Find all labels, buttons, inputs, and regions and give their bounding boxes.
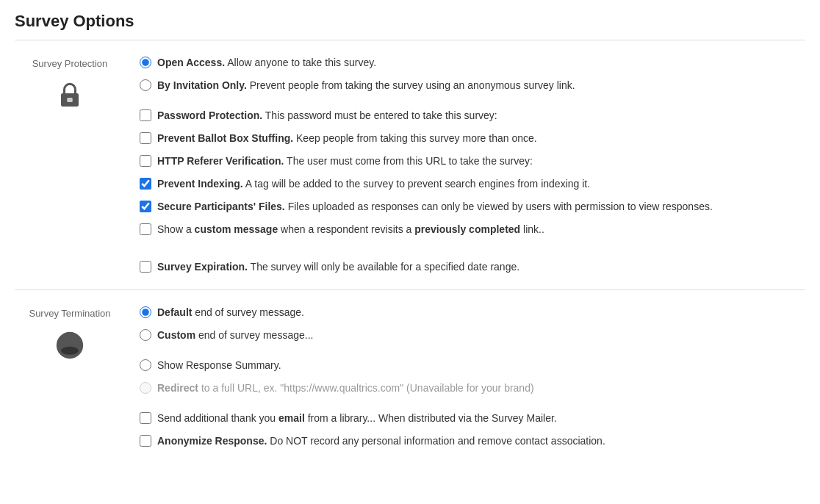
password-protection-label[interactable]: Password Protection. This password must …	[157, 108, 497, 123]
send-email-checkbox[interactable]	[140, 412, 151, 424]
custom-end-radio[interactable]	[140, 329, 151, 341]
prevent-indexing-checkbox[interactable]	[140, 178, 151, 190]
custom-end-row: Custom end of survey message...	[140, 328, 805, 343]
http-referer-row: HTTP Referer Verification. The user must…	[140, 154, 805, 169]
send-email-bold: email	[278, 412, 305, 424]
page-title: Survey Options	[15, 12, 805, 31]
custom-end-bold: Custom	[157, 329, 195, 341]
secure-files-label[interactable]: Secure Participants' Files. Files upload…	[157, 199, 713, 215]
anonymize-row: Anonymize Response. Do NOT record any pe…	[140, 433, 805, 449]
svg-point-3	[61, 347, 79, 355]
lock-icon	[54, 79, 86, 112]
redirect-radio[interactable]	[140, 382, 151, 394]
secure-files-row: Secure Participants' Files. Files upload…	[140, 199, 805, 215]
survey-expiration-checkbox[interactable]	[140, 261, 151, 273]
send-email-label[interactable]: Send additional thank you email from a l…	[157, 411, 557, 426]
svg-rect-1	[67, 98, 73, 102]
spacer-2	[140, 245, 805, 252]
redirect-bold: Redirect	[157, 382, 198, 394]
anonymize-bold: Anonymize Response.	[157, 435, 267, 447]
secure-files-bold: Secure Participants' Files.	[157, 201, 285, 212]
prevent-indexing-bold: Prevent Indexing.	[157, 178, 243, 190]
password-protection-checkbox[interactable]	[140, 109, 151, 121]
survey-termination-section: Survey Termination Default end of survey…	[15, 290, 805, 471]
open-access-label[interactable]: Open Access. Allow anyone to take this s…	[157, 55, 376, 71]
open-access-row: Open Access. Allow anyone to take this s…	[140, 55, 805, 71]
default-end-label[interactable]: Default end of survey message.	[157, 305, 304, 320]
default-end-bold: Default	[157, 306, 192, 318]
custom-message-bold2: previously completed	[414, 223, 520, 235]
show-response-radio[interactable]	[140, 359, 151, 371]
redirect-row: Redirect to a full URL, ex. "https://www…	[140, 381, 805, 396]
survey-protection-content: Open Access. Allow anyone to take this s…	[125, 55, 805, 275]
survey-protection-label-col: Survey Protection	[15, 55, 125, 275]
survey-protection-section: Survey Protection Open Access. Allow any…	[15, 40, 805, 289]
survey-protection-label: Survey Protection	[32, 58, 108, 71]
survey-termination-label-col: Survey Termination	[15, 305, 125, 456]
prevent-indexing-row: Prevent Indexing. A tag will be added to…	[140, 176, 805, 192]
custom-message-label[interactable]: Show a custom message when a respondent …	[157, 222, 544, 237]
password-protection-row: Password Protection. This password must …	[140, 108, 805, 123]
show-response-label[interactable]: Show Response Summary.	[157, 358, 281, 373]
anonymize-label[interactable]: Anonymize Response. Do NOT record any pe…	[157, 433, 605, 449]
open-access-bold: Open Access.	[157, 57, 225, 68]
password-protection-bold: Password Protection.	[157, 109, 262, 121]
spacer-1	[140, 101, 805, 108]
spacer-4	[140, 403, 805, 411]
survey-expiration-label[interactable]: Survey Expiration. The survey will only …	[157, 259, 519, 275]
anonymize-checkbox[interactable]	[140, 435, 151, 447]
spacer-3	[140, 350, 805, 358]
page-container: Survey Options Survey Protection Open Ac…	[0, 0, 820, 483]
by-invitation-bold: By Invitation Only.	[157, 79, 247, 91]
default-end-radio[interactable]	[140, 306, 151, 318]
secure-files-checkbox[interactable]	[140, 201, 151, 212]
survey-termination-content: Default end of survey message. Custom en…	[125, 305, 805, 456]
http-referer-bold: HTTP Referer Verification.	[157, 155, 284, 167]
custom-message-row: Show a custom message when a respondent …	[140, 222, 805, 237]
survey-termination-label: Survey Termination	[29, 308, 110, 320]
ballot-box-checkbox[interactable]	[140, 132, 151, 144]
default-end-row: Default end of survey message.	[140, 305, 805, 320]
ballot-box-row: Prevent Ballot Box Stuffing. Keep people…	[140, 131, 805, 146]
by-invitation-radio[interactable]	[140, 79, 151, 91]
survey-expiration-row: Survey Expiration. The survey will only …	[140, 259, 805, 275]
http-referer-checkbox[interactable]	[140, 155, 151, 167]
prevent-indexing-label[interactable]: Prevent Indexing. A tag will be added to…	[157, 176, 590, 192]
custom-end-label[interactable]: Custom end of survey message...	[157, 328, 313, 343]
send-email-row: Send additional thank you email from a l…	[140, 411, 805, 426]
survey-expiration-bold: Survey Expiration.	[157, 261, 248, 273]
by-invitation-row: By Invitation Only. Prevent people from …	[140, 78, 805, 93]
custom-message-bold1: custom message	[195, 223, 278, 235]
redirect-label: Redirect to a full URL, ex. "https://www…	[157, 381, 534, 396]
ballot-box-label[interactable]: Prevent Ballot Box Stuffing. Keep people…	[157, 131, 537, 146]
open-access-radio[interactable]	[140, 57, 151, 68]
ballot-box-bold: Prevent Ballot Box Stuffing.	[157, 132, 293, 144]
show-response-row: Show Response Summary.	[140, 358, 805, 373]
by-invitation-label[interactable]: By Invitation Only. Prevent people from …	[157, 78, 575, 93]
custom-message-checkbox[interactable]	[140, 223, 151, 235]
termination-icon	[54, 329, 86, 361]
http-referer-label[interactable]: HTTP Referer Verification. The user must…	[157, 154, 533, 169]
